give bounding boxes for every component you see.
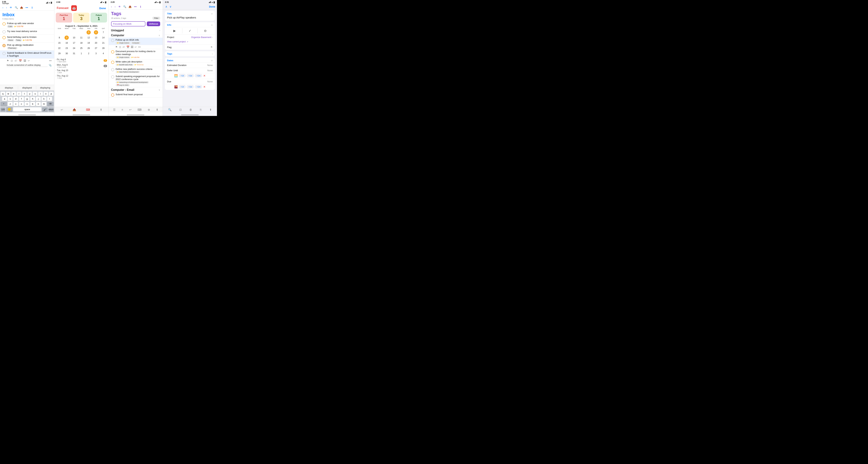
defer-1d-button[interactable]: +1d [179,74,186,78]
delete-icon[interactable]: 🗑 [189,108,192,111]
key-backspace[interactable]: ⌫ [47,102,54,106]
attach-icon[interactable]: 📎 [49,64,52,67]
cal-day-21[interactable]: 21 [100,40,107,46]
cal-day-23[interactable]: 23 [63,46,70,51]
key-shift[interactable]: ⇧ [1,102,7,106]
key-o[interactable]: o [43,92,48,96]
cal-day-1-sep[interactable]: 1 [78,51,85,56]
key-b[interactable]: b [30,102,35,106]
key-s[interactable]: s [8,97,13,101]
due-1w-button[interactable]: +1w [187,85,194,88]
inbox-action-icon[interactable]: ⊡ [119,46,121,48]
cal-day-10[interactable]: 10 [70,35,78,40]
section-computer-email[interactable]: Computer : Email ∨ [108,87,163,92]
view-current-project-link[interactable]: View current project [167,40,186,43]
defer-1m-button[interactable]: +1m [195,74,202,78]
calendar-action-icon[interactable]: 📅 [19,59,22,62]
cal-day-28[interactable]: 28 [100,46,107,51]
key-v[interactable]: v [25,102,30,106]
key-mic[interactable]: 🎤 [42,107,48,112]
image-action-icon[interactable]: 🖼 [24,59,26,62]
tag-task-item[interactable]: Submit speaking engagement proposals for… [108,74,163,87]
key-g[interactable]: g [25,97,30,101]
task-item[interactable]: Follow up with new vendor Calls 📁 5:00 P… [0,21,54,29]
cal-day-26[interactable]: 26 [85,46,92,51]
key-c[interactable]: c [19,102,24,106]
cal-day-30[interactable]: 30 [63,51,70,56]
task-item[interactable]: Send birthday card to Kristen Home Today… [0,35,54,42]
list-icon[interactable]: ☰ [113,108,116,111]
calendar-action-icon[interactable]: 📅 [126,46,129,48]
key-p[interactable]: p [49,92,54,96]
move-action-icon[interactable]: ↩ [28,59,30,62]
key-return[interactable]: return [49,108,54,111]
cal-day-25[interactable]: 25 [78,46,85,51]
key-t[interactable]: t [22,92,27,96]
flag-toggle-icon[interactable]: ⚑ [211,46,213,49]
sunrise-icon[interactable]: 🌅 [174,74,178,78]
cal-day-27[interactable]: 27 [92,46,100,51]
due-1m-button[interactable]: +1m [195,85,202,88]
key-r[interactable]: r [17,92,22,96]
forward-button[interactable]: › [114,5,116,8]
estimated-duration-value[interactable]: None [207,64,213,66]
cal-day-17[interactable]: 17 [70,40,78,46]
copy-icon[interactable]: ⎘ [200,108,202,111]
key-w[interactable]: w [6,92,11,96]
search-icon[interactable]: 🔍 [123,5,127,9]
flag-action-icon[interactable]: ⚑ [7,59,9,62]
forecast-done-button[interactable]: Done [99,7,106,10]
task-item-active[interactable]: Submit feedback to Omni about OmniFocus … [0,51,54,59]
key-x[interactable]: x [13,102,18,106]
more-action-icon[interactable]: ••• [49,59,52,62]
key-e[interactable]: e [11,92,16,96]
image-action-icon[interactable]: 🖼 [131,46,133,48]
sunset-icon[interactable]: 🌇 [174,85,178,88]
inbox-icon[interactable]: 📥 [128,5,132,9]
cal-day-6[interactable]: 6 [92,30,100,35]
autocomplete-item[interactable]: displays [0,86,18,89]
undo-icon[interactable]: ↩ [61,108,63,111]
task-item[interactable]: Pick up allergy medication Pharmacy [0,42,54,51]
info-icon[interactable]: ℹ [30,6,34,9]
info-icon[interactable]: ℹ [139,5,143,9]
autocomplete-item[interactable]: displaying [36,86,54,89]
cal-day-31[interactable]: 31 [70,51,78,56]
clear-due-icon[interactable]: ✕ [203,85,206,88]
inbox-toolbar-icon[interactable]: 📥 [72,108,76,111]
cal-day-4-sep[interactable]: 4 [100,51,107,56]
move-action-icon[interactable]: ↩ [135,46,137,48]
clear-defer-icon[interactable]: ✕ [203,74,206,78]
detail-done-button[interactable]: Done [209,5,215,8]
tag-action-icon[interactable]: 🏷 [14,59,17,62]
key-h[interactable]: h [30,97,35,101]
upload-icon[interactable]: ⬆ [156,108,158,111]
due-1d-button[interactable]: +1d [179,85,186,88]
inbox-toolbar-icon[interactable]: ⊡ [179,108,182,111]
filter-button[interactable]: Filter [152,17,160,20]
minus-action-button[interactable]: ⊖ [197,28,213,33]
more-icon[interactable]: ••• [133,5,137,9]
cal-day-2-sep[interactable]: 2 [85,51,92,56]
project-value[interactable]: Organize Basement [191,36,211,38]
tag-task-item[interactable]: Follow up on 401K info 📁 Single Actions … [108,38,163,45]
more-action-icon[interactable]: ••• [138,46,141,48]
inbox-icon[interactable]: 📥 [20,6,23,9]
key-i[interactable]: i [38,92,43,96]
forecast-item-fri[interactable]: · Fri, Aug 6 7 due soon 7 [56,58,107,63]
cal-day-15[interactable]: 15 [56,40,63,46]
key-y[interactable]: y [27,92,32,96]
cal-day-29[interactable]: 29 [56,51,63,56]
forecast-item-thu[interactable]: · Thu, Aug 12 1 due [56,74,107,79]
key-f[interactable]: f [19,97,24,101]
cal-day-14[interactable]: 14 [100,35,107,40]
defer-until-value[interactable]: None [207,69,213,72]
tag-task-item[interactable]: Document process for inviting clients to… [108,49,163,59]
section-untagged[interactable]: Untagged › [108,28,163,33]
cal-day-13[interactable]: 13 [92,35,100,40]
stat-past[interactable]: Past Due 1 [56,13,72,23]
key-emoji[interactable]: 🙂 [6,107,12,112]
cal-day-8[interactable]: 8 [56,35,63,40]
play-action-button[interactable]: ▶ [167,28,182,33]
cal-day-19[interactable]: 19 [85,40,92,46]
